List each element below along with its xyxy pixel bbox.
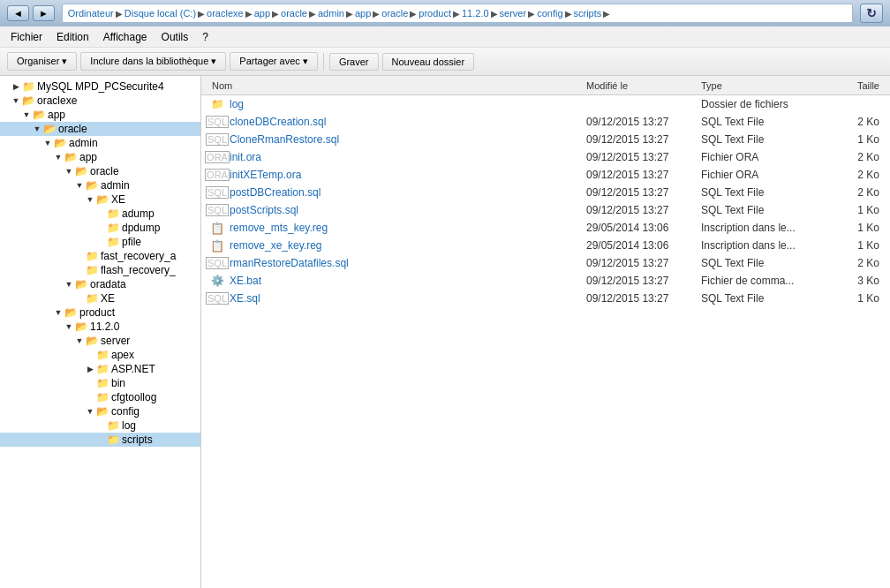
file-name[interactable]: log [230,98,583,110]
tree-item-server[interactable]: ▼📂server [0,334,200,348]
breadcrumb-item[interactable]: scripts [574,8,602,19]
tree-item-fast_recovery[interactable]: 📁fast_recovery_a [0,249,200,263]
file-name[interactable]: remove_xe_key.reg [230,239,583,252]
tree-toggle-icon[interactable]: ▼ [74,335,85,346]
tree-item-app[interactable]: ▼📂app [0,108,200,122]
file-name[interactable]: CloneRmanRestore.sql [230,133,583,146]
toolbar: Organiser ▾ Inclure dans la bibliothèque… [0,48,890,76]
breadcrumb-item[interactable]: oraclexe [207,8,244,19]
partager-button[interactable]: Partager avec ▾ [230,52,318,71]
tree-toggle-icon[interactable]: ▼ [53,152,64,162]
menu-outils[interactable]: Outils [155,29,196,45]
refresh-button[interactable]: ↻ [860,4,883,23]
file-name[interactable]: XE.sql [230,292,583,305]
tree-item-bin[interactable]: 📁bin [0,376,200,390]
tree-toggle-icon[interactable]: ▶ [11,81,21,92]
tree-item-oradata[interactable]: ▼📂oradata [0,277,200,291]
tree-toggle-icon[interactable]: ▼ [11,95,21,106]
tree-item-apex[interactable]: 📁apex [0,348,200,362]
tree-item-label: apex [111,349,134,361]
file-name[interactable]: postScripts.sql [230,204,583,216]
file-row[interactable]: SQLCloneRmanRestore.sql09/12/2015 13:27S… [201,131,890,148]
col-header-date[interactable]: Modifié le [583,80,698,91]
file-row[interactable]: SQLXE.sql09/12/2015 13:27SQL Text File1 … [201,290,890,307]
file-row[interactable]: SQLpostScripts.sql09/12/2015 13:27SQL Te… [201,201,890,219]
file-row[interactable]: SQLcloneDBCreation.sql09/12/2015 13:27SQ… [201,113,890,131]
breadcrumb-item[interactable]: Disque local (C:) [124,8,196,19]
file-row[interactable]: 📋remove_xe_key.reg29/05/2014 13:06Inscri… [201,237,890,254]
graver-button[interactable]: Graver [329,53,379,71]
file-name[interactable]: postDBCreation.sql [230,186,583,199]
tree-item-log[interactable]: 📁log [0,418,200,433]
file-icon: SQL [208,185,226,200]
breadcrumb-item[interactable]: oracle [381,8,408,19]
tree-item-config[interactable]: ▼📂config [0,404,200,418]
tree-item-admin2[interactable]: ▼📂admin [0,178,200,192]
tree-item-dpdump[interactable]: 📁dpdump [0,221,200,235]
file-row[interactable]: 📁logDossier de fichiers [201,95,890,113]
tree-toggle-icon[interactable]: ▼ [85,194,95,205]
tree-toggle-icon[interactable]: ▼ [32,124,42,134]
breadcrumb-item[interactable]: app [355,8,371,19]
col-header-type[interactable]: Type [698,80,821,91]
nouveau-dossier-button[interactable]: Nouveau dossier [382,53,475,71]
tree-toggle-icon[interactable]: ▼ [21,109,32,120]
tree-toggle-icon[interactable]: ▼ [53,307,64,318]
col-header-size[interactable]: Taille [821,80,883,91]
tree-toggle-icon[interactable]: ▼ [64,279,74,290]
file-row[interactable]: SQLpostDBCreation.sql09/12/2015 13:27SQL… [201,184,890,201]
file-name[interactable]: init.ora [230,151,583,163]
file-name[interactable]: XE.bat [230,275,583,287]
tree-item-adump[interactable]: 📁adump [0,207,200,221]
tree-item-aspnet[interactable]: ▶📁ASP.NET [0,362,200,376]
tree-item-XE[interactable]: ▼📂XE [0,192,200,207]
tree-item-flash_recovery[interactable]: 📁flash_recovery_ [0,263,200,277]
tree-toggle-icon[interactable]: ▼ [85,406,95,417]
menu-affichage[interactable]: Affichage [96,29,155,45]
breadcrumb-item[interactable]: product [419,8,451,19]
menu-help[interactable]: ? [195,29,215,45]
tree-item-mysql[interactable]: ▶📁MySQL MPD_PCSecurite4 [0,79,200,94]
tree-item-oraclexe[interactable]: ▼📂oraclexe [0,94,200,108]
tree-toggle-icon[interactable]: ▼ [74,180,85,191]
tree-toggle-icon[interactable]: ▼ [42,138,53,148]
file-name[interactable]: remove_mts_key.reg [230,222,583,234]
tree-item-scripts[interactable]: 📁scripts [0,433,200,447]
breadcrumb-item[interactable]: oracle [281,8,307,19]
tree-item-pfile[interactable]: 📁pfile [0,235,200,249]
file-row[interactable]: 📋remove_mts_key.reg29/05/2014 13:06Inscr… [201,219,890,237]
menu-fichier[interactable]: Fichier [4,29,49,45]
tree-toggle-icon[interactable]: ▼ [64,321,74,332]
file-row[interactable]: ORAinit.ora09/12/2015 13:27Fichier ORA2 … [201,148,890,166]
file-name[interactable]: cloneDBCreation.sql [230,116,583,128]
tree-item-admin[interactable]: ▼📂admin [0,136,200,150]
tree-item-oracle2[interactable]: ▼📂oracle [0,164,200,178]
tree-item-product[interactable]: ▼📂product [0,305,200,320]
inclure-button[interactable]: Inclure dans la bibliothèque ▾ [80,52,226,71]
file-name[interactable]: initXETemp.ora [230,169,583,181]
forward-button[interactable]: ► [33,5,55,21]
breadcrumb-item[interactable]: admin [318,8,344,19]
tree-item-label: fast_recovery_a [101,250,176,262]
col-header-name[interactable]: Nom [208,80,583,91]
file-row[interactable]: ⚙️XE.bat09/12/2015 13:27Fichier de comma… [201,272,890,290]
file-row[interactable]: SQLrmanRestoreDatafiles.sql09/12/2015 13… [201,254,890,272]
tree-item-v11[interactable]: ▼📂11.2.0 [0,320,200,334]
back-button[interactable]: ◄ [7,5,29,21]
breadcrumb-item[interactable]: Ordinateur [68,8,114,19]
breadcrumb-item[interactable]: app [254,8,270,19]
tree-item-oracle[interactable]: ▼📂oracle [0,122,200,136]
organiser-button[interactable]: Organiser ▾ [7,52,77,71]
breadcrumb-item[interactable]: config [537,8,562,19]
tree-toggle-icon[interactable]: ▶ [85,364,95,374]
menu-edition[interactable]: Edition [49,29,96,45]
file-name[interactable]: rmanRestoreDatafiles.sql [230,257,583,269]
file-row[interactable]: ORAinitXETemp.ora09/12/2015 13:27Fichier… [201,166,890,184]
tree-item-XE2[interactable]: 📁XE [0,291,200,305]
breadcrumb-item[interactable]: 11.2.0 [462,8,489,19]
tree-item-label: pfile [122,236,141,248]
tree-item-cfgtoollog[interactable]: 📁cfgtoollog [0,390,200,404]
tree-toggle-icon[interactable]: ▼ [64,166,74,177]
tree-item-app2[interactable]: ▼📂app [0,150,200,164]
breadcrumb-item[interactable]: server [500,8,527,19]
